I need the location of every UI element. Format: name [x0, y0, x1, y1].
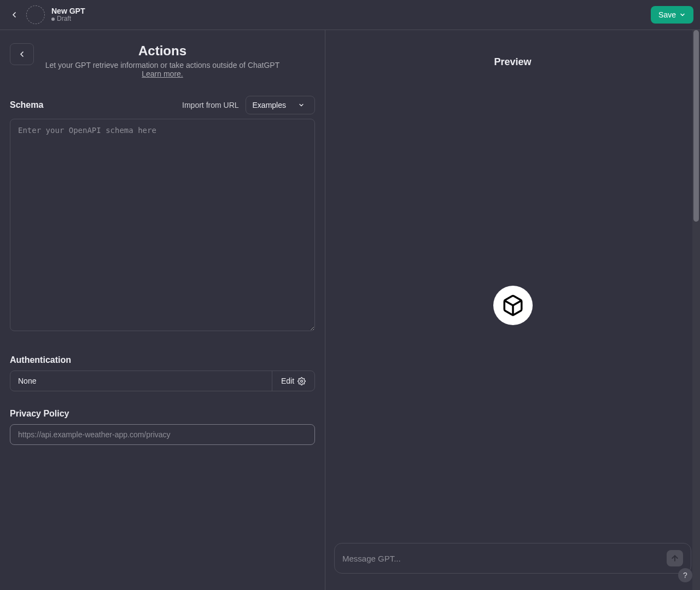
preview-gpt-avatar [493, 286, 533, 325]
authentication-value: None [10, 371, 272, 391]
schema-header-row: Schema Import from URL Examples [10, 96, 315, 114]
authentication-edit-label: Edit [281, 377, 294, 385]
save-button[interactable]: Save [651, 6, 693, 24]
help-button[interactable]: ? [678, 568, 692, 582]
preview-title: Preview [325, 56, 700, 68]
privacy-policy-group: Privacy Policy [10, 409, 315, 445]
chevron-left-icon [10, 10, 19, 19]
topbar-left: New GPT Draft [7, 5, 85, 24]
authentication-label: Authentication [10, 355, 315, 365]
actions-title: Actions [42, 43, 283, 59]
examples-dropdown-label: Examples [253, 101, 286, 109]
learn-more-link[interactable]: Learn more. [42, 70, 283, 78]
arrow-up-icon [670, 554, 679, 563]
authentication-group: Authentication None Edit [10, 355, 315, 391]
scrollbar-track[interactable] [692, 30, 700, 590]
preview-pane: Preview [325, 30, 700, 590]
chevron-down-icon [298, 102, 305, 108]
cube-icon [501, 294, 524, 317]
main-area: Actions Let your GPT retrieve informatio… [0, 30, 700, 590]
actions-back-button[interactable] [10, 43, 34, 65]
schema-textarea[interactable] [10, 119, 315, 331]
top-bar: New GPT Draft Save [0, 0, 700, 30]
gear-icon [298, 377, 306, 385]
authentication-row: None Edit [10, 371, 315, 391]
privacy-policy-input[interactable] [10, 424, 315, 445]
import-from-url-button[interactable]: Import from URL [182, 101, 238, 109]
schema-header-actions: Import from URL Examples [182, 96, 315, 114]
message-box [334, 543, 691, 574]
examples-dropdown[interactable]: Examples [246, 96, 315, 114]
gpt-title: New GPT [51, 7, 85, 15]
back-button[interactable] [7, 7, 22, 22]
scrollbar-thumb[interactable] [693, 30, 699, 222]
schema-label: Schema [10, 100, 43, 110]
message-row [325, 543, 700, 590]
svg-point-0 [301, 380, 303, 382]
actions-heading-block: Actions Let your GPT retrieve informatio… [42, 43, 283, 78]
authentication-edit-button[interactable]: Edit [272, 371, 314, 391]
gpt-status: Draft [51, 15, 85, 22]
actions-description: Let your GPT retrieve information or tak… [42, 61, 283, 70]
chevron-left-icon [18, 50, 26, 59]
gpt-avatar-placeholder [26, 5, 45, 24]
message-input[interactable] [342, 554, 661, 563]
preview-center [325, 68, 700, 543]
title-block: New GPT Draft [51, 7, 85, 23]
actions-header-row: Actions Let your GPT retrieve informatio… [10, 43, 315, 78]
configure-pane: Actions Let your GPT retrieve informatio… [0, 30, 325, 590]
save-button-label: Save [658, 10, 676, 19]
send-button[interactable] [667, 550, 683, 566]
privacy-policy-label: Privacy Policy [10, 409, 315, 419]
chevron-down-icon [679, 11, 686, 18]
